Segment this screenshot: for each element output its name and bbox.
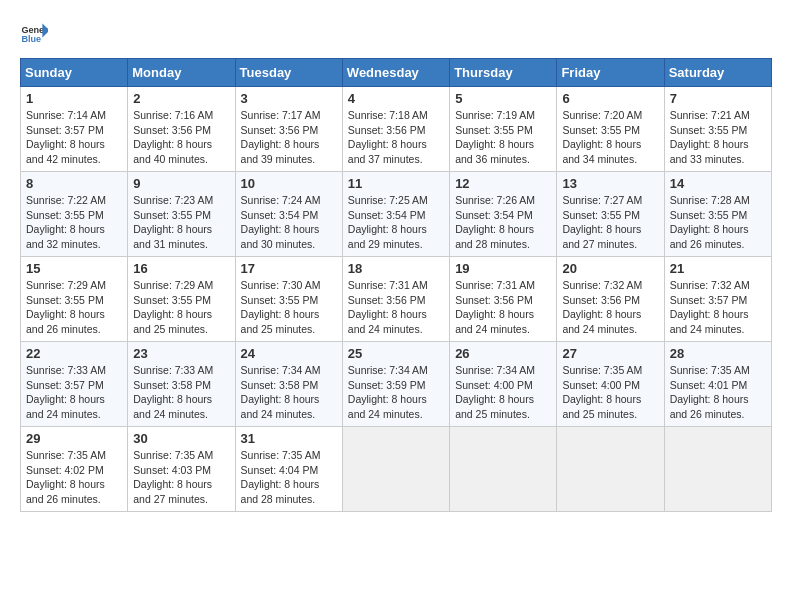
week-row-1: 1 Sunrise: 7:14 AMSunset: 3:57 PMDayligh…	[21, 87, 772, 172]
day-detail: Sunrise: 7:34 AMSunset: 3:58 PMDaylight:…	[241, 364, 321, 420]
day-number: 25	[348, 346, 444, 361]
day-number: 4	[348, 91, 444, 106]
calendar-cell: 19 Sunrise: 7:31 AMSunset: 3:56 PMDaylig…	[450, 257, 557, 342]
day-number: 3	[241, 91, 337, 106]
calendar-cell: 14 Sunrise: 7:28 AMSunset: 3:55 PMDaylig…	[664, 172, 771, 257]
day-detail: Sunrise: 7:32 AMSunset: 3:57 PMDaylight:…	[670, 279, 750, 335]
calendar-cell: 4 Sunrise: 7:18 AMSunset: 3:56 PMDayligh…	[342, 87, 449, 172]
day-number: 28	[670, 346, 766, 361]
day-detail: Sunrise: 7:35 AMSunset: 4:03 PMDaylight:…	[133, 449, 213, 505]
day-detail: Sunrise: 7:32 AMSunset: 3:56 PMDaylight:…	[562, 279, 642, 335]
day-number: 13	[562, 176, 658, 191]
day-detail: Sunrise: 7:22 AMSunset: 3:55 PMDaylight:…	[26, 194, 106, 250]
day-number: 21	[670, 261, 766, 276]
day-number: 6	[562, 91, 658, 106]
day-detail: Sunrise: 7:35 AMSunset: 4:04 PMDaylight:…	[241, 449, 321, 505]
calendar-cell: 30 Sunrise: 7:35 AMSunset: 4:03 PMDaylig…	[128, 427, 235, 512]
calendar-cell: 16 Sunrise: 7:29 AMSunset: 3:55 PMDaylig…	[128, 257, 235, 342]
day-number: 10	[241, 176, 337, 191]
calendar-cell: 15 Sunrise: 7:29 AMSunset: 3:55 PMDaylig…	[21, 257, 128, 342]
calendar-cell: 28 Sunrise: 7:35 AMSunset: 4:01 PMDaylig…	[664, 342, 771, 427]
weekday-thursday: Thursday	[450, 59, 557, 87]
page-header: General Blue	[20, 20, 772, 48]
calendar-cell: 17 Sunrise: 7:30 AMSunset: 3:55 PMDaylig…	[235, 257, 342, 342]
calendar-cell: 23 Sunrise: 7:33 AMSunset: 3:58 PMDaylig…	[128, 342, 235, 427]
day-detail: Sunrise: 7:25 AMSunset: 3:54 PMDaylight:…	[348, 194, 428, 250]
calendar-cell: 31 Sunrise: 7:35 AMSunset: 4:04 PMDaylig…	[235, 427, 342, 512]
calendar-cell: 13 Sunrise: 7:27 AMSunset: 3:55 PMDaylig…	[557, 172, 664, 257]
calendar-cell: 25 Sunrise: 7:34 AMSunset: 3:59 PMDaylig…	[342, 342, 449, 427]
day-number: 23	[133, 346, 229, 361]
calendar-cell: 18 Sunrise: 7:31 AMSunset: 3:56 PMDaylig…	[342, 257, 449, 342]
day-number: 22	[26, 346, 122, 361]
day-number: 16	[133, 261, 229, 276]
day-number: 31	[241, 431, 337, 446]
logo: General Blue	[20, 20, 48, 48]
day-number: 11	[348, 176, 444, 191]
weekday-header: SundayMondayTuesdayWednesdayThursdayFrid…	[21, 59, 772, 87]
day-detail: Sunrise: 7:17 AMSunset: 3:56 PMDaylight:…	[241, 109, 321, 165]
weekday-friday: Friday	[557, 59, 664, 87]
calendar-cell: 6 Sunrise: 7:20 AMSunset: 3:55 PMDayligh…	[557, 87, 664, 172]
weekday-saturday: Saturday	[664, 59, 771, 87]
calendar-body: 1 Sunrise: 7:14 AMSunset: 3:57 PMDayligh…	[21, 87, 772, 512]
day-detail: Sunrise: 7:33 AMSunset: 3:57 PMDaylight:…	[26, 364, 106, 420]
day-detail: Sunrise: 7:34 AMSunset: 3:59 PMDaylight:…	[348, 364, 428, 420]
day-number: 15	[26, 261, 122, 276]
day-detail: Sunrise: 7:23 AMSunset: 3:55 PMDaylight:…	[133, 194, 213, 250]
day-number: 2	[133, 91, 229, 106]
day-number: 12	[455, 176, 551, 191]
day-detail: Sunrise: 7:31 AMSunset: 3:56 PMDaylight:…	[455, 279, 535, 335]
day-number: 20	[562, 261, 658, 276]
day-detail: Sunrise: 7:24 AMSunset: 3:54 PMDaylight:…	[241, 194, 321, 250]
calendar-table: SundayMondayTuesdayWednesdayThursdayFrid…	[20, 58, 772, 512]
day-detail: Sunrise: 7:31 AMSunset: 3:56 PMDaylight:…	[348, 279, 428, 335]
week-row-5: 29 Sunrise: 7:35 AMSunset: 4:02 PMDaylig…	[21, 427, 772, 512]
day-detail: Sunrise: 7:26 AMSunset: 3:54 PMDaylight:…	[455, 194, 535, 250]
day-detail: Sunrise: 7:16 AMSunset: 3:56 PMDaylight:…	[133, 109, 213, 165]
day-detail: Sunrise: 7:19 AMSunset: 3:55 PMDaylight:…	[455, 109, 535, 165]
day-detail: Sunrise: 7:27 AMSunset: 3:55 PMDaylight:…	[562, 194, 642, 250]
day-number: 9	[133, 176, 229, 191]
day-detail: Sunrise: 7:30 AMSunset: 3:55 PMDaylight:…	[241, 279, 321, 335]
day-number: 8	[26, 176, 122, 191]
day-number: 18	[348, 261, 444, 276]
calendar-cell: 24 Sunrise: 7:34 AMSunset: 3:58 PMDaylig…	[235, 342, 342, 427]
weekday-sunday: Sunday	[21, 59, 128, 87]
calendar-cell	[557, 427, 664, 512]
day-detail: Sunrise: 7:35 AMSunset: 4:01 PMDaylight:…	[670, 364, 750, 420]
day-detail: Sunrise: 7:35 AMSunset: 4:02 PMDaylight:…	[26, 449, 106, 505]
day-number: 27	[562, 346, 658, 361]
calendar-cell: 3 Sunrise: 7:17 AMSunset: 3:56 PMDayligh…	[235, 87, 342, 172]
week-row-4: 22 Sunrise: 7:33 AMSunset: 3:57 PMDaylig…	[21, 342, 772, 427]
weekday-monday: Monday	[128, 59, 235, 87]
calendar-cell: 8 Sunrise: 7:22 AMSunset: 3:55 PMDayligh…	[21, 172, 128, 257]
day-detail: Sunrise: 7:21 AMSunset: 3:55 PMDaylight:…	[670, 109, 750, 165]
calendar-cell: 22 Sunrise: 7:33 AMSunset: 3:57 PMDaylig…	[21, 342, 128, 427]
calendar-cell: 12 Sunrise: 7:26 AMSunset: 3:54 PMDaylig…	[450, 172, 557, 257]
calendar-cell: 9 Sunrise: 7:23 AMSunset: 3:55 PMDayligh…	[128, 172, 235, 257]
day-number: 1	[26, 91, 122, 106]
day-number: 17	[241, 261, 337, 276]
calendar-cell	[664, 427, 771, 512]
calendar-cell: 21 Sunrise: 7:32 AMSunset: 3:57 PMDaylig…	[664, 257, 771, 342]
day-detail: Sunrise: 7:18 AMSunset: 3:56 PMDaylight:…	[348, 109, 428, 165]
day-detail: Sunrise: 7:28 AMSunset: 3:55 PMDaylight:…	[670, 194, 750, 250]
day-number: 7	[670, 91, 766, 106]
day-detail: Sunrise: 7:35 AMSunset: 4:00 PMDaylight:…	[562, 364, 642, 420]
calendar-cell: 29 Sunrise: 7:35 AMSunset: 4:02 PMDaylig…	[21, 427, 128, 512]
calendar-cell: 1 Sunrise: 7:14 AMSunset: 3:57 PMDayligh…	[21, 87, 128, 172]
calendar-cell: 7 Sunrise: 7:21 AMSunset: 3:55 PMDayligh…	[664, 87, 771, 172]
day-detail: Sunrise: 7:20 AMSunset: 3:55 PMDaylight:…	[562, 109, 642, 165]
day-number: 5	[455, 91, 551, 106]
day-detail: Sunrise: 7:29 AMSunset: 3:55 PMDaylight:…	[26, 279, 106, 335]
calendar-cell	[450, 427, 557, 512]
day-detail: Sunrise: 7:29 AMSunset: 3:55 PMDaylight:…	[133, 279, 213, 335]
day-number: 30	[133, 431, 229, 446]
weekday-wednesday: Wednesday	[342, 59, 449, 87]
week-row-3: 15 Sunrise: 7:29 AMSunset: 3:55 PMDaylig…	[21, 257, 772, 342]
calendar-cell	[342, 427, 449, 512]
calendar-cell: 2 Sunrise: 7:16 AMSunset: 3:56 PMDayligh…	[128, 87, 235, 172]
day-number: 19	[455, 261, 551, 276]
day-detail: Sunrise: 7:14 AMSunset: 3:57 PMDaylight:…	[26, 109, 106, 165]
